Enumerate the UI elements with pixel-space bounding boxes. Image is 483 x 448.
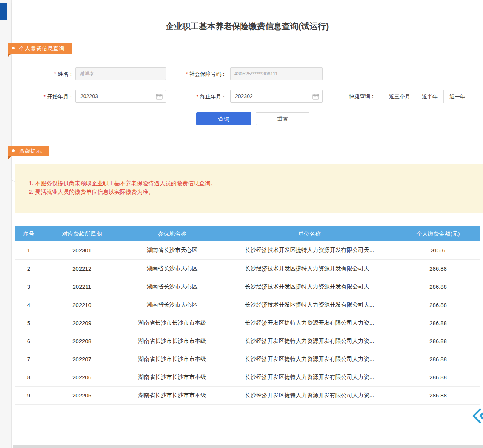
- ribbon-fold: [8, 156, 11, 160]
- cell-index: 6: [15, 332, 42, 350]
- table-row: 5202209湖南省长沙市长沙市市本级长沙经济开发区捷特人力资源开发有限公司人力…: [15, 314, 480, 332]
- table-row: 6202208湖南省长沙市长沙市市本级长沙经济开发区捷特人力资源开发有限公司人力…: [15, 332, 480, 350]
- notice-line-2: 2. 灵活就业人员的缴费单位信息以实际缴费为准。: [29, 187, 483, 196]
- results-table-body: 1202301湖南省长沙市天心区长沙经济技术开发区捷特人力资源开发有限公司天..…: [15, 241, 480, 404]
- cell-period: 202210: [42, 296, 122, 314]
- table-row: 8202206湖南省长沙市长沙市市本级长沙经济开发区捷特人力资源开发有限公司人力…: [15, 368, 480, 386]
- results-table: 序号 对应费款所属期 参保地名称 单位名称 个人缴费金额(元) 1202301湖…: [15, 226, 480, 405]
- end-month-label: *终止年月：: [166, 94, 226, 100]
- notice-text: 1. 本服务仅提供尚未领取企业职工基本养老保险待遇人员的缴费信息查询。 2. 灵…: [15, 164, 483, 196]
- double-chevron-left-icon[interactable]: [472, 407, 483, 425]
- cell-index: 5: [15, 314, 42, 332]
- col-header-amount: 个人缴费金额(元): [396, 226, 480, 241]
- start-month-field-wrap: [75, 90, 166, 103]
- section-badge-label: 温馨提示: [19, 148, 42, 154]
- cell-amount: 286.88: [396, 386, 480, 404]
- col-header-period: 对应费款所属期: [42, 226, 122, 241]
- end-month-field-wrap: [230, 90, 323, 103]
- section-badge-label: 个人缴费信息查询: [19, 45, 65, 51]
- cell-period: 202212: [42, 259, 122, 278]
- table-row: 4202210湖南省长沙市天心区长沙经济技术开发区捷特人力资源开发有限公司天..…: [15, 296, 480, 314]
- table-row: 2202212湖南省长沙市天心区长沙经济技术开发区捷特人力资源开发有限公司天..…: [15, 259, 480, 278]
- end-month-field[interactable]: [230, 90, 323, 103]
- quick-btn-halfyear[interactable]: 近半年: [416, 90, 444, 103]
- cell-company: 长沙经济开发区捷特人力资源开发有限公司人力资...: [223, 314, 396, 332]
- cell-period: 202206: [42, 368, 122, 386]
- cell-company: 长沙经济开发区捷特人力资源开发有限公司人力资...: [223, 386, 396, 404]
- col-header-index: 序号: [15, 226, 42, 241]
- bullet-icon: [12, 149, 15, 152]
- table-header: 序号 对应费款所属期 参保地名称 单位名称 个人缴费金额(元): [15, 226, 480, 241]
- cell-company: 长沙经济技术开发区捷特人力资源开发有限公司天...: [223, 241, 396, 259]
- table-row: 3202211湖南省长沙市天心区长沙经济技术开发区捷特人力资源开发有限公司天..…: [15, 278, 480, 296]
- cell-index: 9: [15, 386, 42, 404]
- table-row: 9202205湖南省长沙市长沙市市本级长沙经济开发区捷特人力资源开发有限公司人力…: [15, 386, 480, 404]
- section-badge-personal-query: 个人缴费信息查询: [8, 43, 72, 54]
- notice-line-1: 1. 本服务仅提供尚未领取企业职工基本养老保险待遇人员的缴费信息查询。: [29, 179, 483, 187]
- calendar-icon[interactable]: [312, 93, 319, 100]
- ribbon-fold: [8, 54, 11, 57]
- required-mark: *: [54, 71, 56, 77]
- cell-period: 202207: [42, 350, 122, 368]
- cell-period: 202301: [42, 241, 122, 259]
- bullet-icon: [12, 47, 15, 49]
- cell-period: 202209: [42, 314, 122, 332]
- cell-company: 长沙经济开发区捷特人力资源开发有限公司人力资...: [223, 332, 396, 350]
- cell-period: 202211: [42, 278, 122, 296]
- cell-amount: 286.88: [396, 296, 480, 314]
- start-month-label: *开始年月：: [26, 94, 74, 100]
- name-field[interactable]: [75, 67, 166, 80]
- cell-company: 长沙经济技术开发区捷特人力资源开发有限公司天...: [223, 278, 396, 296]
- cell-amount: 286.88: [396, 368, 480, 386]
- cell-index: 8: [15, 368, 42, 386]
- ssn-label: *社会保障号码：: [166, 71, 226, 78]
- table-row: 7202207湖南省长沙市长沙市市本级长沙经济开发区捷特人力资源开发有限公司人力…: [15, 350, 480, 368]
- cell-region: 湖南省长沙市长沙市市本级: [122, 368, 223, 386]
- cell-amount: 286.88: [396, 332, 480, 350]
- query-button[interactable]: 查询: [196, 112, 251, 125]
- cell-index: 1: [15, 241, 42, 259]
- sidebar-corner-block: [0, 3, 7, 20]
- cell-amount: 286.88: [396, 259, 480, 278]
- cell-region: 湖南省长沙市天心区: [122, 296, 223, 314]
- cell-region: 湖南省长沙市长沙市市本级: [122, 386, 223, 404]
- cell-index: 4: [15, 296, 42, 314]
- table-row: 1202301湖南省长沙市天心区长沙经济技术开发区捷特人力资源开发有限公司天..…: [15, 241, 480, 259]
- cell-region: 湖南省长沙市天心区: [122, 241, 223, 259]
- calendar-icon[interactable]: [156, 93, 163, 100]
- cell-amount: 286.88: [396, 314, 480, 332]
- cell-index: 2: [15, 259, 42, 278]
- cell-company: 长沙经济技术开发区捷特人力资源开发有限公司天...: [223, 259, 396, 278]
- cell-company: 长沙经济开发区捷特人力资源开发有限公司人力资...: [223, 368, 396, 386]
- quick-query-label: 快捷查询：: [349, 93, 375, 100]
- quick-btn-3months[interactable]: 近三个月: [383, 90, 416, 103]
- required-mark: *: [186, 71, 188, 77]
- pension-query-page: { "page": { "title": "企业职工基本养老保险缴费信息查询(试…: [0, 0, 483, 448]
- cell-period: 202205: [42, 386, 122, 404]
- cell-region: 湖南省长沙市长沙市市本级: [122, 332, 223, 350]
- section-badge-tips: 温馨提示: [8, 146, 49, 156]
- reset-button[interactable]: 重置: [256, 112, 309, 125]
- cell-amount: 315.6: [396, 241, 480, 259]
- cell-amount: 286.88: [396, 278, 480, 296]
- start-month-field[interactable]: [75, 90, 166, 103]
- cell-region: 湖南省长沙市天心区: [122, 278, 223, 296]
- cell-index: 7: [15, 350, 42, 368]
- cell-company: 长沙经济开发区捷特人力资源开发有限公司人力资...: [223, 350, 396, 368]
- quick-btn-1year[interactable]: 近一年: [443, 90, 471, 103]
- required-mark: *: [44, 94, 46, 100]
- page-title: 企业职工基本养老保险缴费信息查询(试运行): [11, 21, 483, 32]
- bottom-scrollbar[interactable]: [13, 445, 483, 448]
- required-mark: *: [197, 94, 198, 100]
- ssn-field[interactable]: [230, 67, 323, 80]
- col-header-company: 单位名称: [223, 226, 396, 241]
- cell-region: 湖南省长沙市长沙市市本级: [122, 350, 223, 368]
- cell-region: 湖南省长沙市天心区: [122, 259, 223, 278]
- name-label: *姓名：: [26, 71, 74, 78]
- cell-amount: 286.88: [396, 350, 480, 368]
- col-header-region: 参保地名称: [122, 226, 223, 241]
- cell-index: 3: [15, 278, 42, 296]
- cell-company: 长沙经济技术开发区捷特人力资源开发有限公司天...: [223, 296, 396, 314]
- quick-query-group: 近三个月 近半年 近一年: [383, 90, 471, 103]
- cell-region: 湖南省长沙市长沙市市本级: [122, 314, 223, 332]
